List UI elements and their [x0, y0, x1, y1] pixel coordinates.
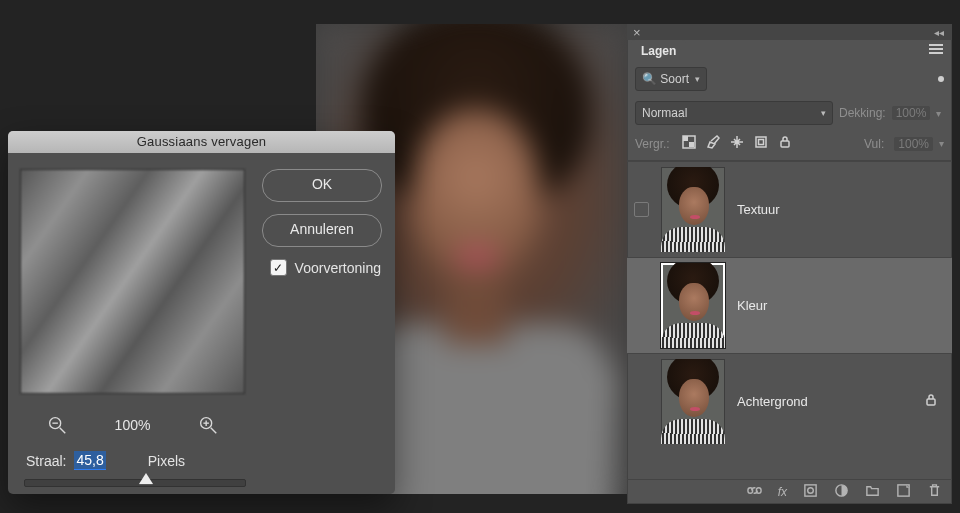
add-mask-icon[interactable] — [803, 483, 818, 501]
preview-checkbox-label: Voorvertoning — [295, 260, 381, 276]
svg-rect-25 — [748, 488, 753, 494]
svg-line-4 — [211, 428, 217, 434]
panel-footer: fx — [627, 479, 952, 504]
layer-row[interactable]: Kleur — [627, 257, 952, 353]
radius-slider-thumb[interactable] — [139, 473, 153, 484]
svg-rect-21 — [781, 141, 789, 147]
radius-label: Straal: — [26, 453, 66, 469]
adjustment-layer-icon[interactable] — [834, 483, 849, 501]
svg-rect-27 — [805, 485, 816, 496]
opacity-value[interactable]: 100% — [892, 106, 931, 120]
tab-layers[interactable]: Lagen — [631, 40, 686, 62]
radius-slider-track[interactable] — [24, 479, 246, 487]
lock-icon — [924, 393, 938, 410]
layer-row[interactable]: Achtergrond — [627, 353, 952, 449]
layers-list: Textuur Kleur Achtergrond — [627, 161, 952, 479]
layer-thumbnail[interactable] — [661, 167, 725, 252]
blend-mode-value: Normaal — [642, 106, 687, 120]
cancel-button[interactable]: Annuleren — [262, 214, 382, 247]
lock-nest-icon[interactable] — [754, 135, 768, 152]
ok-button[interactable]: OK — [262, 169, 382, 202]
preview-checkbox[interactable]: ✓ — [270, 259, 287, 276]
fill-value[interactable]: 100% — [894, 137, 933, 151]
blend-mode-select[interactable]: Normaal ▾ — [635, 101, 833, 125]
radius-input[interactable]: 45,8 — [74, 451, 105, 470]
close-icon[interactable]: × — [633, 25, 641, 40]
opacity-label: Dekking: — [839, 106, 886, 120]
svg-rect-24 — [927, 399, 935, 405]
fx-icon[interactable]: fx — [778, 485, 787, 499]
layer-name[interactable]: Kleur — [731, 298, 767, 313]
lock-transparency-icon[interactable] — [682, 135, 696, 152]
svg-rect-20 — [758, 140, 763, 145]
visibility-toggle[interactable] — [634, 202, 649, 217]
panel-menu-icon[interactable] — [929, 43, 945, 55]
lock-all-icon[interactable] — [778, 135, 792, 152]
svg-rect-26 — [756, 488, 761, 494]
fill-label: Vul: — [864, 137, 884, 151]
collapse-icon[interactable]: ◂◂ — [934, 27, 944, 38]
gaussian-blur-dialog: Gaussiaans vervagen OK Annuleren ✓ Voorv… — [8, 131, 395, 494]
layer-thumbnail[interactable] — [661, 359, 725, 444]
filter-type-select[interactable]: 🔍 Soort ▾ — [635, 67, 707, 91]
lock-position-icon[interactable] — [730, 135, 744, 152]
lock-brush-icon[interactable] — [706, 135, 720, 152]
filter-toggle-icon[interactable] — [938, 76, 944, 82]
layer-name[interactable]: Achtergrond — [731, 394, 808, 409]
link-layers-icon[interactable] — [747, 483, 762, 501]
zoom-level: 100% — [115, 417, 151, 433]
svg-rect-19 — [756, 137, 766, 147]
svg-rect-17 — [689, 142, 694, 147]
radius-units: Pixels — [148, 453, 185, 469]
svg-line-1 — [60, 428, 66, 434]
svg-point-28 — [808, 488, 814, 494]
zoom-in-icon[interactable] — [197, 414, 219, 436]
lock-label: Vergr.: — [635, 137, 670, 151]
layer-row[interactable]: Textuur — [627, 161, 952, 257]
dialog-title: Gaussiaans vervagen — [8, 131, 395, 153]
layers-panel: × ◂◂ Lagen 🔍 Soort ▾ Normaal ▾ Dekking: … — [627, 24, 952, 504]
layer-name[interactable]: Textuur — [731, 202, 780, 217]
zoom-out-icon[interactable] — [46, 414, 68, 436]
layer-thumbnail[interactable] — [661, 263, 725, 348]
filter-type-label: Soort — [660, 72, 689, 86]
new-layer-icon[interactable] — [896, 483, 911, 501]
trash-icon[interactable] — [927, 483, 942, 501]
blur-preview[interactable] — [20, 169, 245, 394]
new-group-icon[interactable] — [865, 483, 880, 501]
